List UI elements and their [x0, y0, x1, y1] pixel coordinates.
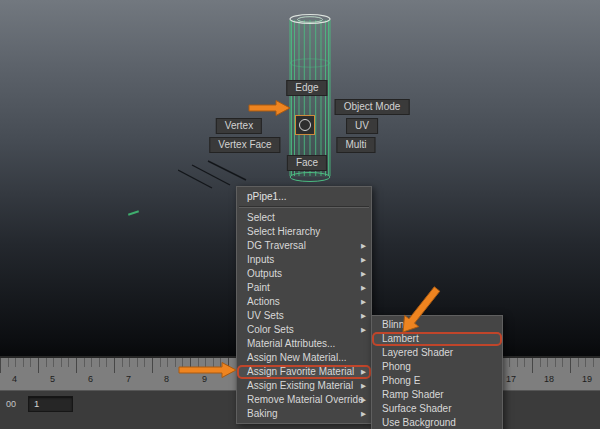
menu-item-baking[interactable]: Baking▶: [237, 407, 371, 421]
menu-item-outputs[interactable]: Outputs▶: [237, 267, 371, 281]
ruler-number: 9: [202, 374, 207, 384]
submenu-arrow-icon: ▶: [361, 267, 366, 281]
menu-item-label: Lambert: [382, 333, 419, 344]
submenu-arrow-icon: ▶: [361, 281, 366, 295]
marking-menu-vertex[interactable]: Vertex: [216, 118, 262, 134]
frame-field[interactable]: 1: [28, 396, 73, 412]
favorite-material-submenu: BlinnLambertLayered ShaderPhongPhong ERa…: [371, 315, 503, 429]
menu-item-label: Surface Shader: [382, 403, 452, 414]
submenu-arrow-icon: ▶: [361, 309, 366, 323]
maya-viewport-window: 45678910111213141516171819 00 1 Edge Obj…: [0, 0, 600, 429]
context-menu: pPipe1... SelectSelect HierarchyDG Trave…: [236, 186, 372, 424]
menu-item-label: Blinn: [382, 319, 404, 330]
menu-item-assign-new-material[interactable]: Assign New Material...: [237, 351, 371, 365]
menu-item-label: Paint: [247, 282, 270, 293]
menu-item-select-hierarchy[interactable]: Select Hierarchy: [237, 225, 371, 239]
ruler-number: 6: [88, 374, 93, 384]
submenu-arrow-icon: ▶: [361, 323, 366, 337]
menu-item-material-attributes[interactable]: Material Attributes...: [237, 337, 371, 351]
menu-item-label: Assign Existing Material: [247, 380, 353, 391]
marking-menu-uv[interactable]: UV: [346, 118, 378, 134]
menu-item-label: UV Sets: [247, 310, 284, 321]
submenu-arrow-icon: ▶: [361, 393, 366, 407]
menu-item-assign-favorite-material[interactable]: Assign Favorite Material▶: [237, 365, 371, 379]
ruler-number: 19: [582, 374, 592, 384]
menu-item-paint[interactable]: Paint▶: [237, 281, 371, 295]
menu-item-color-sets[interactable]: Color Sets▶: [237, 323, 371, 337]
menu-item-label: Inputs: [247, 254, 274, 265]
timeline-left-label: 00: [6, 399, 16, 409]
menu-item-label: DG Traversal: [247, 240, 306, 251]
ruler-number: 17: [506, 374, 516, 384]
menu-item-label: Material Attributes...: [247, 338, 335, 349]
menu-item-dg-traversal[interactable]: DG Traversal▶: [237, 239, 371, 253]
menu-item-label: Use Background: [382, 417, 456, 428]
marking-menu-edge[interactable]: Edge: [286, 80, 327, 96]
menu-item-label: Assign Favorite Material: [247, 366, 354, 377]
submenu-arrow-icon: ▶: [361, 239, 366, 253]
menu-item-blinn[interactable]: Blinn: [372, 318, 502, 332]
menu-item-layered-shader[interactable]: Layered Shader: [372, 346, 502, 360]
submenu-arrow-icon: ▶: [361, 407, 366, 421]
menu-item-label: Baking: [247, 408, 278, 419]
menu-item-label: Outputs: [247, 268, 282, 279]
menu-item-ramp-shader[interactable]: Ramp Shader: [372, 388, 502, 402]
menu-item-label: Select: [247, 212, 275, 223]
ruler-number: 7: [126, 374, 131, 384]
submenu-arrow-icon: ▶: [361, 253, 366, 267]
menu-item-actions[interactable]: Actions▶: [237, 295, 371, 309]
menu-item-label: Remove Material Override: [247, 394, 364, 405]
menu-item-label: Ramp Shader: [382, 389, 444, 400]
menu-item-select[interactable]: Select: [237, 211, 371, 225]
menu-item-label: Layered Shader: [382, 347, 453, 358]
menu-item-assign-existing-material[interactable]: Assign Existing Material▶: [237, 379, 371, 393]
menu-item-label: Phong E: [382, 375, 420, 386]
menu-item-use-background[interactable]: Use Background: [372, 416, 502, 429]
ruler-number: 8: [164, 374, 169, 384]
menu-item-remove-material-override[interactable]: Remove Material Override▶: [237, 393, 371, 407]
ruler-number: 5: [50, 374, 55, 384]
menu-separator: [239, 206, 369, 208]
menu-item-phong[interactable]: Phong: [372, 360, 502, 374]
marking-menu-object-mode[interactable]: Object Mode: [335, 99, 410, 115]
marking-menu-multi[interactable]: Multi: [336, 137, 375, 153]
menu-item-lambert[interactable]: Lambert: [372, 332, 502, 346]
circle-icon: [299, 119, 311, 131]
menu-item-label: Color Sets: [247, 324, 294, 335]
ruler-number: 4: [12, 374, 17, 384]
submenu-arrow-icon: ▶: [361, 365, 366, 379]
submenu-arrow-icon: ▶: [361, 295, 366, 309]
menu-item-label: Phong: [382, 361, 411, 372]
menu-item-uv-sets[interactable]: UV Sets▶: [237, 309, 371, 323]
marking-menu-vertex-face[interactable]: Vertex Face: [209, 137, 280, 153]
context-menu-title: pPipe1...: [237, 189, 371, 204]
favorite-material-submenu-items: BlinnLambertLayered ShaderPhongPhong ERa…: [372, 318, 502, 429]
menu-item-label: Select Hierarchy: [247, 226, 320, 237]
menu-item-label: Assign New Material...: [247, 352, 346, 363]
context-menu-items: SelectSelect HierarchyDG Traversal▶Input…: [237, 211, 371, 421]
submenu-arrow-icon: ▶: [361, 379, 366, 393]
menu-item-inputs[interactable]: Inputs▶: [237, 253, 371, 267]
menu-item-label: Actions: [247, 296, 280, 307]
marking-menu-center-icon[interactable]: [295, 115, 315, 135]
ruler-number: 18: [544, 374, 554, 384]
marking-menu-face[interactable]: Face: [287, 155, 327, 171]
menu-item-surface-shader[interactable]: Surface Shader: [372, 402, 502, 416]
menu-item-phong-e[interactable]: Phong E: [372, 374, 502, 388]
